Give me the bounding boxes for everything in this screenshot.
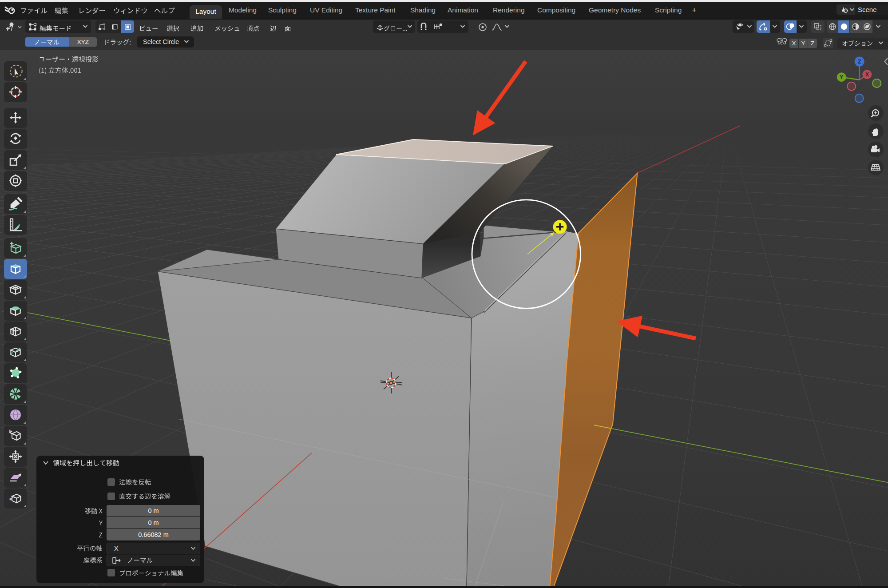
svg-text:X: X [865, 72, 869, 78]
svg-text:Y: Y [840, 74, 844, 80]
svg-text:Z: Z [858, 59, 861, 65]
